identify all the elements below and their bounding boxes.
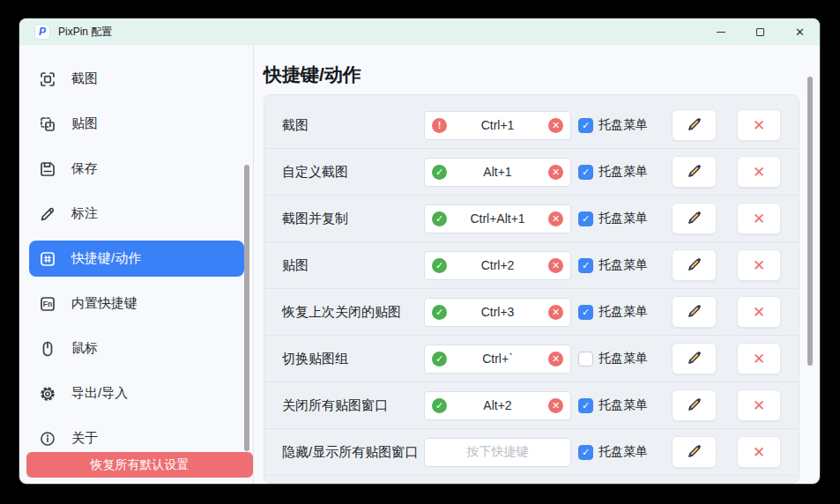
sidebar-item-annotate[interactable]: 标注	[29, 196, 244, 232]
sidebar-scrollbar-thumb[interactable]	[244, 165, 249, 451]
clear-hotkey-icon[interactable]: ✕	[548, 165, 563, 180]
delete-x-icon: ✕	[753, 443, 765, 462]
delete-action-button[interactable]: ✕	[737, 203, 781, 234]
sidebar-item-label: 贴图	[71, 115, 98, 132]
hotkey-input[interactable]: ✓ Alt+2 ✕	[424, 391, 571, 420]
tray-menu-checkbox[interactable]: ✓	[578, 165, 593, 180]
hotkey-input[interactable]: 按下快捷键 ✕	[424, 438, 571, 467]
maximize-button[interactable]	[740, 19, 780, 45]
hotkey-row: 截图 ! Ctrl+1 ✕ ✓ 托盘菜单 ✕	[264, 102, 799, 149]
info-icon	[39, 430, 56, 448]
sidebar-item-screenshot[interactable]: 截图	[29, 61, 244, 97]
hotkey-value: Ctrl+Alt+1	[447, 211, 548, 226]
delete-x-icon: ✕	[753, 116, 765, 135]
sidebar-item-mouse[interactable]: 鼠标	[29, 330, 244, 367]
sidebar-item-hotkeys-actions[interactable]: 快捷键/动作	[29, 241, 244, 277]
reset-defaults-button[interactable]: 恢复所有默认设置	[26, 452, 253, 478]
hotkey-value: Alt+1	[447, 165, 548, 179]
tray-menu-label: 托盘菜单	[598, 444, 648, 460]
sidebar-divider	[253, 45, 254, 484]
tray-menu-checkbox[interactable]: ✓	[578, 445, 593, 460]
main-panel: 快捷键/动作 截图 ! Ctrl+1 ✕ ✓ 托盘菜单 ✕	[253, 45, 820, 484]
main-scrollbar-thumb[interactable]	[807, 77, 813, 366]
delete-x-icon: ✕	[753, 303, 765, 322]
hotkey-hash-icon	[39, 250, 56, 268]
delete-x-icon: ✕	[753, 256, 765, 275]
hotkey-input[interactable]: ! Ctrl+1 ✕	[424, 111, 571, 140]
titlebar: P PixPin 配置 ✕	[19, 19, 820, 45]
hotkey-status-icon: ✓	[432, 305, 447, 320]
delete-x-icon: ✕	[753, 210, 765, 228]
sidebar-item-save[interactable]: 保存	[29, 151, 244, 187]
pin-image-icon	[39, 115, 56, 133]
delete-action-button[interactable]: ✕	[737, 436, 781, 468]
pencil-icon	[686, 302, 703, 322]
sidebar: 截图 贴图 保存	[19, 45, 253, 484]
hotkey-input[interactable]: ✓ Ctrl+` ✕	[424, 345, 571, 374]
hotkey-value: Ctrl+`	[447, 352, 548, 366]
hotkey-row-label: 自定义截图	[282, 164, 424, 181]
tray-menu-checkbox[interactable]: ✓	[578, 258, 593, 273]
clear-hotkey-icon[interactable]: ✕	[548, 211, 563, 226]
hotkey-row: 隐藏/显示所有贴图窗口 按下快捷键 ✕ ✓ 托盘菜单 ✕	[264, 429, 799, 476]
tray-menu-label: 托盘菜单	[598, 304, 648, 320]
tray-menu-checkbox[interactable]: ✓	[578, 398, 593, 413]
tray-menu-option: ✓ 托盘菜单	[578, 117, 672, 133]
sidebar-item-about[interactable]: 关于	[29, 420, 244, 456]
delete-action-button[interactable]: ✕	[737, 296, 781, 328]
tray-menu-checkbox[interactable]: ✓	[578, 118, 593, 133]
hotkey-list-panel: 截图 ! Ctrl+1 ✕ ✓ 托盘菜单 ✕ 自定义截图 ✓	[264, 94, 799, 484]
pixpin-logo-letter: P	[39, 26, 46, 37]
tray-menu-checkbox[interactable]: ✓	[578, 211, 593, 226]
hotkey-input[interactable]: ✓ Ctrl+3 ✕	[424, 298, 571, 327]
delete-action-button[interactable]: ✕	[737, 156, 781, 188]
tray-menu-checkbox[interactable]: ✓	[578, 305, 593, 320]
edit-action-button[interactable]	[672, 156, 717, 188]
tray-menu-checkbox[interactable]: ✓	[578, 352, 593, 367]
hotkey-value: Ctrl+3	[447, 305, 548, 319]
delete-action-button[interactable]: ✕	[737, 109, 781, 141]
edit-action-button[interactable]	[672, 296, 717, 328]
edit-action-button[interactable]	[672, 389, 717, 421]
fn-key-icon: Fn	[39, 295, 56, 313]
tray-menu-label: 托盘菜单	[598, 117, 648, 133]
clear-hotkey-icon[interactable]: ✕	[548, 305, 563, 320]
sidebar-item-label: 导出/导入	[71, 385, 128, 402]
close-button[interactable]: ✕	[780, 19, 820, 45]
clear-hotkey-icon[interactable]: ✕	[548, 352, 563, 367]
window-title: PixPin 配置	[58, 25, 112, 40]
delete-action-button[interactable]: ✕	[737, 343, 781, 374]
sidebar-item-builtin-hotkeys[interactable]: Fn 内置快捷键	[29, 285, 244, 322]
hotkey-input[interactable]: ✓ Alt+1 ✕	[424, 158, 571, 187]
delete-action-button[interactable]: ✕	[737, 249, 781, 281]
hotkey-status-icon: ✓	[432, 352, 447, 367]
hotkey-input[interactable]: ✓ Ctrl+Alt+1 ✕	[424, 204, 571, 233]
pencil-icon	[686, 162, 703, 182]
sidebar-item-label: 保存	[71, 160, 98, 177]
edit-action-button[interactable]	[672, 436, 717, 468]
hotkey-row: 关闭所有贴图窗口 ✓ Alt+2 ✕ ✓ 托盘菜单 ✕	[264, 382, 799, 429]
minimize-icon	[717, 32, 725, 33]
tray-menu-option: ✓ 托盘菜单	[578, 257, 672, 273]
hotkey-input[interactable]: ✓ Ctrl+2 ✕	[424, 251, 571, 280]
screenshot-icon	[39, 70, 56, 88]
clear-hotkey-icon[interactable]: ✕	[548, 118, 563, 133]
minimize-button[interactable]	[701, 19, 740, 45]
sidebar-item-export-import[interactable]: 导出/导入	[29, 375, 244, 411]
hotkey-value: Ctrl+1	[447, 118, 548, 132]
edit-action-button[interactable]	[672, 343, 717, 374]
edit-action-button[interactable]	[672, 203, 717, 234]
hotkey-rows: 截图 ! Ctrl+1 ✕ ✓ 托盘菜单 ✕ 自定义截图 ✓	[264, 102, 799, 476]
edit-action-button[interactable]	[672, 109, 717, 141]
content-area: 截图 贴图 保存	[19, 45, 820, 484]
clear-hotkey-icon[interactable]: ✕	[548, 258, 563, 273]
delete-action-button[interactable]: ✕	[737, 389, 781, 421]
tray-menu-label: 托盘菜单	[598, 257, 648, 273]
edit-action-button[interactable]	[672, 249, 717, 281]
hotkey-row: 恢复上次关闭的贴图 ✓ Ctrl+3 ✕ ✓ 托盘菜单 ✕	[264, 289, 799, 336]
pencil-icon	[686, 209, 703, 229]
sidebar-item-pin-image[interactable]: 贴图	[29, 106, 244, 142]
tray-menu-option: ✓ 托盘菜单	[578, 164, 672, 180]
sidebar-item-label: 快捷键/动作	[71, 250, 141, 267]
clear-hotkey-icon[interactable]: ✕	[548, 398, 563, 413]
